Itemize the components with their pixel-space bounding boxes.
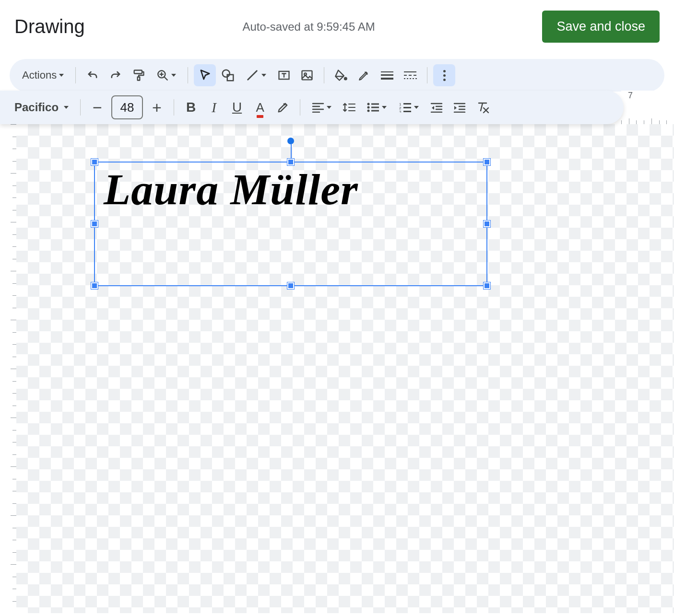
resize-handle-bm[interactable] — [287, 282, 294, 289]
zoom-icon — [156, 69, 169, 81]
actions-label: Actions — [22, 69, 57, 81]
drawing-canvas[interactable]: Laura Müller — [16, 124, 674, 613]
paint-format-button[interactable] — [128, 64, 150, 86]
resize-handle-tm[interactable] — [287, 159, 294, 165]
toolbar-separator — [188, 67, 188, 83]
numbered-list-icon: 123 — [399, 102, 412, 113]
resize-handle-ml[interactable] — [91, 221, 98, 227]
svg-rect-24 — [415, 78, 417, 79]
svg-rect-10 — [302, 71, 312, 80]
save-and-close-button[interactable]: Save and close — [542, 11, 660, 43]
resize-handle-br[interactable] — [484, 282, 490, 289]
italic-button[interactable]: I — [203, 96, 225, 118]
highlighter-icon — [276, 101, 290, 114]
increase-indent-button[interactable] — [449, 96, 471, 118]
clear-formatting-button[interactable] — [472, 96, 494, 118]
pencil-icon — [358, 69, 370, 81]
svg-rect-1 — [138, 77, 140, 81]
paint-roller-icon — [132, 69, 145, 82]
zoom-menu-button[interactable] — [151, 64, 182, 86]
border-weight-button[interactable] — [376, 64, 398, 86]
line-icon — [246, 69, 259, 82]
actions-menu-button[interactable]: Actions — [16, 64, 70, 86]
chevron-down-icon — [414, 106, 419, 109]
indent-decrease-icon — [430, 102, 443, 113]
bold-button[interactable]: B — [180, 96, 202, 118]
svg-rect-18 — [409, 75, 412, 76]
decrease-font-size-button[interactable]: − — [86, 96, 108, 118]
more-vertical-icon — [443, 70, 446, 81]
border-color-button[interactable] — [353, 64, 375, 86]
svg-rect-22 — [410, 78, 411, 79]
paint-bucket-icon — [334, 69, 348, 82]
border-dash-button[interactable] — [399, 64, 421, 86]
textbox-content[interactable]: Laura Müller — [95, 163, 486, 216]
chevron-down-icon — [59, 74, 64, 77]
toolbar-separator — [427, 67, 427, 83]
textbox-icon — [277, 69, 291, 82]
toolbar-separator — [75, 67, 76, 83]
horizontal-ruler[interactable]: 7 — [621, 91, 674, 124]
text-toolbar: Pacifico − + B I U A — [0, 91, 624, 124]
shape-menu-button[interactable] — [217, 64, 239, 86]
svg-point-33 — [367, 106, 370, 109]
text-color-button[interactable]: A — [249, 96, 271, 118]
ruler-label: 7 — [628, 91, 633, 101]
shapes-icon — [221, 68, 235, 82]
image-icon — [300, 69, 314, 82]
numbered-list-menu[interactable]: 123 — [393, 96, 425, 118]
svg-rect-21 — [407, 78, 408, 79]
resize-handle-tr[interactable] — [484, 159, 490, 165]
textbox-tool-button[interactable] — [273, 64, 295, 86]
select-tool-button[interactable] — [194, 64, 216, 86]
underline-icon: U — [232, 100, 242, 115]
redo-icon — [109, 69, 122, 82]
line-spacing-button[interactable] — [338, 96, 360, 118]
chevron-down-icon — [171, 74, 176, 77]
svg-point-12 — [344, 78, 347, 80]
resize-handle-bl[interactable] — [91, 282, 98, 289]
svg-rect-42 — [403, 107, 411, 108]
italic-icon: I — [212, 99, 216, 116]
line-menu-button[interactable] — [240, 64, 272, 86]
rotate-handle[interactable] — [287, 138, 294, 144]
resize-handle-mr[interactable] — [484, 221, 490, 227]
svg-rect-13 — [381, 71, 393, 72]
toolbar-separator — [324, 67, 324, 83]
autosave-status: Auto-saved at 9:59:45 AM — [75, 20, 543, 34]
svg-rect-36 — [371, 107, 379, 108]
svg-point-34 — [367, 110, 370, 112]
vertical-ruler[interactable] — [0, 124, 16, 613]
svg-rect-37 — [371, 110, 379, 112]
svg-text:3: 3 — [399, 110, 402, 113]
svg-rect-0 — [134, 70, 142, 74]
align-menu-button[interactable] — [306, 96, 337, 118]
svg-line-3 — [164, 77, 167, 80]
resize-handle-tl[interactable] — [91, 159, 98, 165]
bulleted-list-menu[interactable] — [361, 96, 392, 118]
line-dash-icon — [403, 70, 417, 80]
font-family-menu[interactable]: Pacifico — [7, 96, 74, 118]
highlight-color-button[interactable] — [272, 96, 294, 118]
decrease-indent-button[interactable] — [426, 96, 448, 118]
image-button[interactable] — [296, 64, 318, 86]
svg-rect-43 — [403, 111, 411, 112]
font-family-label: Pacifico — [12, 101, 61, 114]
redo-button[interactable] — [105, 64, 127, 86]
font-size-input[interactable] — [111, 95, 143, 119]
svg-point-6 — [223, 70, 230, 77]
increase-font-size-button[interactable]: + — [146, 96, 168, 118]
chevron-down-icon — [261, 74, 266, 77]
more-options-button[interactable] — [433, 64, 455, 86]
svg-rect-15 — [381, 78, 393, 80]
svg-rect-17 — [404, 75, 407, 76]
undo-button[interactable] — [82, 64, 104, 86]
fill-color-button[interactable] — [330, 64, 352, 86]
undo-icon — [86, 69, 99, 82]
underline-button[interactable]: U — [226, 96, 248, 118]
selected-textbox[interactable]: Laura Müller — [94, 162, 487, 286]
rotate-connector — [291, 144, 292, 159]
line-spacing-icon — [343, 102, 356, 113]
svg-rect-19 — [414, 75, 416, 76]
align-left-icon — [312, 102, 324, 113]
